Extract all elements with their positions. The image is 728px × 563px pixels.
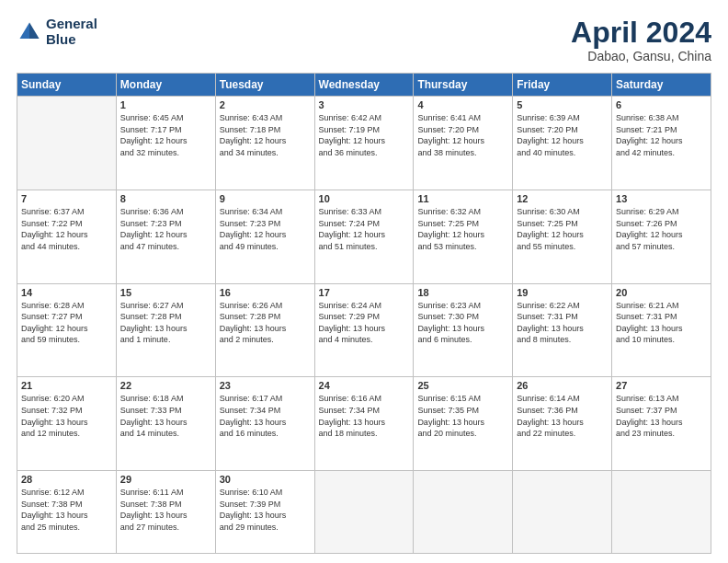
table-row: 18Sunrise: 6:23 AM Sunset: 7:30 PM Dayli… [414,283,513,377]
day-info: Sunrise: 6:33 AM Sunset: 7:24 PM Dayligh… [319,206,410,252]
day-info: Sunrise: 6:12 AM Sunset: 7:38 PM Dayligh… [21,487,112,533]
col-sunday: Sunday [17,74,117,97]
calendar-header-row: Sunday Monday Tuesday Wednesday Thursday… [17,74,711,97]
table-row: 14Sunrise: 6:28 AM Sunset: 7:27 PM Dayli… [17,283,117,377]
location-subtitle: Dabao, Gansu, China [571,49,711,63]
svg-marker-1 [29,22,40,39]
day-info: Sunrise: 6:27 AM Sunset: 7:28 PM Dayligh… [120,300,211,346]
day-info: Sunrise: 6:10 AM Sunset: 7:39 PM Dayligh… [220,487,311,533]
day-info: Sunrise: 6:23 AM Sunset: 7:30 PM Dayligh… [417,300,508,346]
day-number: 16 [220,287,311,298]
day-number: 19 [517,287,608,298]
table-row: 9Sunrise: 6:34 AM Sunset: 7:23 PM Daylig… [215,190,314,283]
day-number: 3 [319,99,410,110]
table-row: 29Sunrise: 6:11 AM Sunset: 7:38 PM Dayli… [116,471,215,554]
day-info: Sunrise: 6:39 AM Sunset: 7:20 PM Dayligh… [517,112,608,158]
col-monday: Monday [116,74,215,97]
table-row: 21Sunrise: 6:20 AM Sunset: 7:32 PM Dayli… [17,377,117,471]
day-number: 4 [417,99,508,110]
day-info: Sunrise: 6:28 AM Sunset: 7:27 PM Dayligh… [21,300,112,346]
table-row: 13Sunrise: 6:29 AM Sunset: 7:26 PM Dayli… [612,190,711,283]
table-row: 2Sunrise: 6:43 AM Sunset: 7:18 PM Daylig… [215,97,314,190]
table-row [513,471,612,554]
day-info: Sunrise: 6:13 AM Sunset: 7:37 PM Dayligh… [616,393,707,439]
day-number: 9 [220,193,311,204]
table-row: 7Sunrise: 6:37 AM Sunset: 7:22 PM Daylig… [17,190,117,283]
table-row: 22Sunrise: 6:18 AM Sunset: 7:33 PM Dayli… [116,377,215,471]
table-row: 12Sunrise: 6:30 AM Sunset: 7:25 PM Dayli… [513,190,612,283]
table-row: 24Sunrise: 6:16 AM Sunset: 7:34 PM Dayli… [314,377,414,471]
day-number: 29 [120,474,211,485]
day-number: 14 [21,287,112,298]
day-number: 26 [517,380,608,391]
day-number: 15 [120,287,211,298]
day-number: 25 [417,380,508,391]
table-row: 26Sunrise: 6:14 AM Sunset: 7:36 PM Dayli… [513,377,612,471]
day-number: 30 [220,474,311,485]
title-area: April 2024 Dabao, Gansu, China [571,17,711,63]
table-row: 28Sunrise: 6:12 AM Sunset: 7:38 PM Dayli… [17,471,117,554]
table-row: 30Sunrise: 6:10 AM Sunset: 7:39 PM Dayli… [215,471,314,554]
day-info: Sunrise: 6:32 AM Sunset: 7:25 PM Dayligh… [417,206,508,252]
day-info: Sunrise: 6:36 AM Sunset: 7:23 PM Dayligh… [120,206,211,252]
col-thursday: Thursday [414,74,513,97]
day-info: Sunrise: 6:20 AM Sunset: 7:32 PM Dayligh… [21,393,112,439]
table-row: 20Sunrise: 6:21 AM Sunset: 7:31 PM Dayli… [612,283,711,377]
day-info: Sunrise: 6:16 AM Sunset: 7:34 PM Dayligh… [319,393,410,439]
header: General Blue April 2024 Dabao, Gansu, Ch… [17,17,711,63]
table-row: 5Sunrise: 6:39 AM Sunset: 7:20 PM Daylig… [513,97,612,190]
day-info: Sunrise: 6:43 AM Sunset: 7:18 PM Dayligh… [220,112,311,158]
table-row: 25Sunrise: 6:15 AM Sunset: 7:35 PM Dayli… [414,377,513,471]
day-info: Sunrise: 6:24 AM Sunset: 7:29 PM Dayligh… [319,300,410,346]
table-row [612,471,711,554]
day-info: Sunrise: 6:14 AM Sunset: 7:36 PM Dayligh… [517,393,608,439]
day-number: 11 [417,193,508,204]
table-row: 15Sunrise: 6:27 AM Sunset: 7:28 PM Dayli… [116,283,215,377]
col-saturday: Saturday [612,74,711,97]
day-info: Sunrise: 6:26 AM Sunset: 7:28 PM Dayligh… [220,300,311,346]
day-info: Sunrise: 6:18 AM Sunset: 7:33 PM Dayligh… [120,393,211,439]
calendar-table: Sunday Monday Tuesday Wednesday Thursday… [17,73,711,554]
table-row [414,471,513,554]
month-title: April 2024 [571,17,711,49]
table-row: 3Sunrise: 6:42 AM Sunset: 7:19 PM Daylig… [314,97,414,190]
col-wednesday: Wednesday [314,74,414,97]
day-number: 13 [616,193,707,204]
table-row: 4Sunrise: 6:41 AM Sunset: 7:20 PM Daylig… [414,97,513,190]
logo-icon [17,19,42,45]
day-number: 2 [220,99,311,110]
day-info: Sunrise: 6:22 AM Sunset: 7:31 PM Dayligh… [517,300,608,346]
day-number: 17 [319,287,410,298]
day-info: Sunrise: 6:30 AM Sunset: 7:25 PM Dayligh… [517,206,608,252]
table-row: 19Sunrise: 6:22 AM Sunset: 7:31 PM Dayli… [513,283,612,377]
day-number: 21 [21,380,112,391]
day-number: 7 [21,193,112,204]
table-row [17,97,117,190]
day-number: 20 [616,287,707,298]
logo: General Blue [17,17,97,47]
page: General Blue April 2024 Dabao, Gansu, Ch… [0,0,728,563]
table-row: 11Sunrise: 6:32 AM Sunset: 7:25 PM Dayli… [414,190,513,283]
table-row: 23Sunrise: 6:17 AM Sunset: 7:34 PM Dayli… [215,377,314,471]
table-row [314,471,414,554]
day-number: 5 [517,99,608,110]
day-info: Sunrise: 6:11 AM Sunset: 7:38 PM Dayligh… [120,487,211,533]
day-number: 1 [120,99,211,110]
day-info: Sunrise: 6:45 AM Sunset: 7:17 PM Dayligh… [120,112,211,158]
day-info: Sunrise: 6:37 AM Sunset: 7:22 PM Dayligh… [21,206,112,252]
table-row: 8Sunrise: 6:36 AM Sunset: 7:23 PM Daylig… [116,190,215,283]
day-number: 12 [517,193,608,204]
day-info: Sunrise: 6:29 AM Sunset: 7:26 PM Dayligh… [616,206,707,252]
day-number: 8 [120,193,211,204]
day-number: 28 [21,474,112,485]
table-row: 1Sunrise: 6:45 AM Sunset: 7:17 PM Daylig… [116,97,215,190]
day-info: Sunrise: 6:34 AM Sunset: 7:23 PM Dayligh… [220,206,311,252]
table-row: 6Sunrise: 6:38 AM Sunset: 7:21 PM Daylig… [612,97,711,190]
table-row: 16Sunrise: 6:26 AM Sunset: 7:28 PM Dayli… [215,283,314,377]
day-number: 27 [616,380,707,391]
day-info: Sunrise: 6:21 AM Sunset: 7:31 PM Dayligh… [616,300,707,346]
day-info: Sunrise: 6:38 AM Sunset: 7:21 PM Dayligh… [616,112,707,158]
day-number: 24 [319,380,410,391]
logo-text: General Blue [46,17,97,47]
day-number: 23 [220,380,311,391]
